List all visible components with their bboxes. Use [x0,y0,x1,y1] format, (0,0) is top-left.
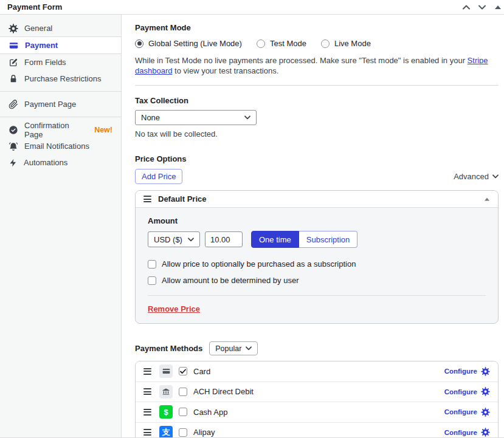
configure-link[interactable]: Configure [444,368,477,375]
page-title: Payment Form [7,2,62,12]
payment-methods-label: Payment Methods [135,344,202,353]
currency-select[interactable]: USD ($) [148,231,200,247]
drag-handle-icon[interactable] [143,388,151,395]
payment-method-row-ach: ACH Direct Debit Configure [136,382,498,403]
chevron-down-icon [246,346,252,351]
default-price-title: Default Price [158,194,206,204]
payment-method-name: ACH Direct Debit [193,387,254,396]
check-circle-icon [9,125,18,135]
bell-icon [9,142,18,151]
payment-settings-panel: Payment Mode Global Setting (Live Mode) … [122,15,504,437]
radio-label: Live Mode [334,39,371,48]
metabox-header: Payment Form [0,0,504,15]
radio-label: Global Setting (Live Mode) [148,39,242,48]
gear-icon[interactable] [481,367,490,376]
checkbox-label: Allow price to optionally be purchased a… [162,259,356,269]
alipay-icon: 支 [159,426,173,437]
gear-icon[interactable] [481,387,490,396]
checkbox-icon[interactable] [179,367,187,375]
toggle-triangle-icon[interactable] [493,2,503,12]
radio-label: Test Mode [270,39,306,48]
radio-icon[interactable] [257,39,265,48]
radio-icon[interactable] [321,39,330,48]
gear-icon[interactable] [481,408,490,417]
drag-handle-icon[interactable] [143,409,151,416]
sidebar-item-purchase-restrictions[interactable]: Purchase Restrictions [0,70,121,87]
advanced-label: Advanced [454,172,489,181]
advanced-toggle[interactable]: Advanced [454,172,499,181]
sidebar-item-label: Payment [25,41,58,50]
payment-mode-label: Payment Mode [135,23,499,32]
configure-link[interactable]: Configure [444,408,477,416]
payment-mode-help: While in Test Mode no live payments are … [135,55,499,76]
remove-price-link[interactable]: Remove Price [148,304,200,313]
lightning-icon [9,158,18,168]
sidebar-item-automations[interactable]: Automations [0,154,121,171]
section-divider [135,85,499,86]
checkbox-label: Allow amount to be determined by user [162,276,299,285]
lock-icon [9,74,18,84]
sidebar-item-label: General [24,24,52,33]
sidebar-item-payment-page[interactable]: Payment Page [0,96,121,112]
default-price-panel: Default Price Amount USD ($) One time [135,190,499,324]
one-time-button[interactable]: One time [251,231,299,248]
amount-input[interactable] [205,231,243,247]
checkbox-icon[interactable] [148,276,156,285]
drag-handle-icon[interactable] [143,196,151,202]
checkbox-icon[interactable] [179,388,187,396]
payment-method-row-cashapp: $ Cash App Configure [136,402,498,423]
sidebar-item-payment[interactable]: Payment [0,36,121,54]
payment-method-row-card: Card Configure [136,361,498,382]
price-options-label: Price Options [135,154,499,163]
sidebar-divider [0,117,121,117]
payment-method-name: Card [193,367,210,376]
add-price-button[interactable]: Add Price [135,169,182,184]
tax-collection-label: Tax Collection [135,96,499,105]
select-value: Popular [215,344,241,353]
help-text: to view your test transactions. [172,66,278,75]
interval-toggle: One time Subscription [251,231,357,248]
payment-method-name: Alipay [193,428,215,437]
help-text: While in Test Mode no live payments are … [135,56,468,65]
checkbox-icon[interactable] [179,428,187,437]
sidebar-divider [0,91,121,92]
collapse-triangle-icon[interactable] [485,197,489,200]
tax-help: No tax will be collected. [135,129,499,139]
checkbox-icon[interactable] [148,260,156,269]
sidebar-item-label: Automations [24,158,67,167]
subscription-button[interactable]: Subscription [299,231,358,248]
chevron-down-icon[interactable] [477,2,487,12]
gear-icon [9,24,18,33]
gear-icon[interactable] [481,428,490,437]
payment-method-name: Cash App [193,408,227,417]
sidebar-item-confirmation-page[interactable]: Confirmation Page New! [0,121,121,138]
payment-methods-filter-select[interactable]: Popular [209,341,258,355]
new-badge: New! [94,126,112,134]
select-value: None [141,113,160,122]
tax-collection-select[interactable]: None [135,110,257,125]
drag-handle-icon[interactable] [143,429,151,436]
radio-icon[interactable] [135,39,143,48]
custom-amount-checkbox-row[interactable]: Allow amount to be determined by user [148,276,486,285]
settings-sidebar: General Payment Form Fields Purchase Res… [0,15,122,437]
panel-divider [148,295,486,296]
chevron-down-icon [244,115,250,120]
sidebar-item-email-notifications[interactable]: Email Notifications [0,138,121,154]
checkbox-icon[interactable] [179,408,187,416]
sidebar-item-general[interactable]: General [0,20,121,36]
drag-handle-icon[interactable] [143,368,151,375]
chevron-up-icon[interactable] [461,2,471,12]
radio-global-setting[interactable]: Global Setting (Live Mode) [135,39,242,48]
configure-link[interactable]: Configure [444,429,477,436]
default-price-header[interactable]: Default Price [136,191,498,208]
payment-form-metabox: Payment Form General Payment [0,0,504,438]
cashapp-icon: $ [159,405,173,419]
radio-live-mode[interactable]: Live Mode [321,39,371,48]
configure-link[interactable]: Configure [444,388,477,395]
sidebar-item-form-fields[interactable]: Form Fields [0,54,121,70]
card-icon [159,364,173,378]
radio-test-mode[interactable]: Test Mode [257,39,306,48]
edit-icon [9,58,18,67]
select-value: USD ($) [154,235,182,244]
optional-subscription-checkbox-row[interactable]: Allow price to optionally be purchased a… [148,259,486,269]
